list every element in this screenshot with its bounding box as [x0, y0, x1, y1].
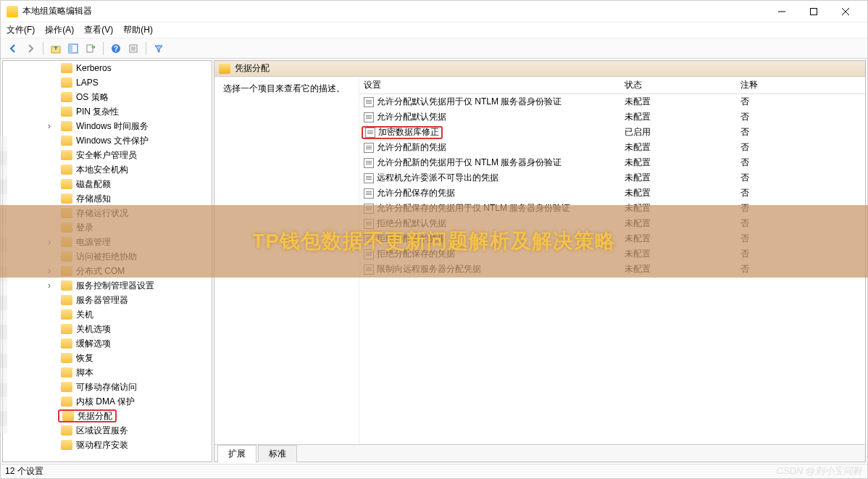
tree-item[interactable]: PIN 复杂性 [3, 104, 212, 119]
properties-button[interactable] [125, 41, 141, 57]
folder-icon [61, 237, 72, 247]
setting-state: 已启用 [625, 126, 740, 138]
tree-item[interactable]: 脚本 [3, 365, 212, 380]
folder-icon [61, 222, 72, 233]
tree-item[interactable]: LAPS [3, 75, 212, 90]
settings-row[interactable]: 拒绝分配默认凭据未配置否 [359, 216, 865, 231]
tree-item-label: 本地安全机构 [76, 164, 128, 176]
tree-pane[interactable]: KerberosLAPSOS 策略PIN 复杂性Windows 时间服务Wind… [2, 60, 212, 462]
setting-state: 未配置 [625, 263, 740, 275]
menu-view[interactable]: 查看(V) [84, 24, 113, 36]
tree-item[interactable]: OS 策略 [3, 90, 212, 104]
setting-icon [364, 143, 374, 153]
tree-item[interactable]: Windows 文件保护 [3, 133, 212, 148]
forward-button[interactable] [22, 41, 38, 57]
setting-icon [364, 249, 374, 259]
svg-rect-6 [69, 44, 72, 53]
col-note-header[interactable]: 注释 [740, 79, 835, 91]
close-button[interactable] [830, 1, 861, 22]
show-hide-tree-button[interactable] [65, 41, 81, 57]
tree-item-label: 关机 [76, 309, 93, 321]
tree-item[interactable]: 恢复 [3, 351, 212, 365]
help-button[interactable]: ? [108, 41, 124, 57]
tree-item[interactable]: 凭据分配 [3, 409, 212, 423]
folder-icon [61, 63, 72, 73]
tree-item[interactable]: 关机选项 [3, 322, 212, 336]
minimize-button[interactable] [766, 1, 798, 22]
setting-label: 远程机允许委派不可导出的凭据 [377, 172, 498, 184]
tree-item[interactable]: 区域设置服务 [3, 423, 212, 438]
folder-icon [61, 266, 72, 276]
folder-icon [61, 150, 72, 160]
setting-note: 否 [740, 126, 835, 138]
content-area: KerberosLAPSOS 策略PIN 复杂性Windows 时间服务Wind… [1, 59, 867, 464]
settings-row[interactable]: 允许分配默认凭据未配置否 [359, 109, 865, 125]
tree-item[interactable]: 安全帐户管理员 [3, 148, 212, 162]
setting-icon [364, 219, 374, 229]
tree-item-label: 驱动程序安装 [76, 439, 128, 451]
tree-item[interactable]: 分布式 COM [3, 264, 212, 278]
up-level-button[interactable] [48, 41, 64, 57]
setting-note: 否 [740, 187, 835, 199]
folder-icon [61, 367, 72, 378]
tree-item[interactable]: 关机 [3, 307, 212, 322]
tree-item[interactable]: 可移动存储访问 [3, 380, 212, 394]
tree-item[interactable]: 服务控制管理器设置 [3, 278, 212, 293]
tree-item-label: 登录 [76, 222, 93, 234]
filter-button[interactable] [151, 41, 167, 57]
tree-item[interactable]: 访问被拒绝协助 [3, 249, 212, 264]
settings-row[interactable]: 限制向远程服务器分配凭据未配置否 [359, 262, 865, 277]
tree-item[interactable]: Windows 时间服务 [3, 119, 212, 133]
setting-label: 允许分配新的凭据 [377, 141, 446, 154]
background-edge-strip [0, 136, 7, 433]
setting-icon [364, 112, 374, 122]
setting-state: 未配置 [625, 217, 740, 230]
tab-extended[interactable]: 扩展 [217, 445, 256, 462]
tree-item[interactable]: 电源管理 [3, 235, 212, 249]
folder-icon [61, 121, 72, 131]
settings-row[interactable]: 允许分配默认凭据用于仅 NTLM 服务器身份验证未配置否 [359, 94, 865, 109]
list-rows[interactable]: 允许分配默认凭据用于仅 NTLM 服务器身份验证未配置否允许分配默认凭据未配置否… [359, 94, 865, 444]
tree-item[interactable]: 驱动程序安装 [3, 438, 212, 452]
settings-row[interactable]: 加密数据库修正已启用否 [359, 125, 865, 140]
setting-note: 否 [740, 111, 835, 123]
setting-icon [364, 265, 374, 275]
tree-item[interactable]: 登录 [3, 220, 212, 235]
menu-action[interactable]: 操作(A) [45, 24, 74, 36]
tree-item[interactable]: 存储感知 [3, 191, 212, 206]
menubar: 文件(F) 操作(A) 查看(V) 帮助(H) [1, 22, 867, 38]
tree-item[interactable]: 本地安全机构 [3, 162, 212, 177]
details-body: 选择一个项目来查看它的描述。 设置 状态 注释 允许分配默认凭据用于仅 NTLM… [214, 77, 865, 444]
tree-item[interactable]: 内核 DMA 保护 [3, 394, 212, 409]
tree-item[interactable]: 缓解选项 [3, 336, 212, 351]
menu-help[interactable]: 帮助(H) [123, 24, 153, 36]
tree-item-label: LAPS [76, 78, 99, 88]
settings-row[interactable]: 允许分配保存的凭据未配置否 [359, 186, 865, 201]
settings-row[interactable]: 远程机允许委派不可导出的凭据未配置否 [359, 170, 865, 186]
folder-icon [61, 309, 72, 320]
tree-item[interactable]: 存储运行状况 [3, 206, 212, 220]
back-button[interactable] [5, 41, 21, 57]
tab-standard[interactable]: 标准 [258, 445, 297, 462]
tree-item[interactable]: 磁盘配额 [3, 177, 212, 191]
maximize-button[interactable] [798, 1, 830, 22]
folder-icon [61, 338, 72, 349]
settings-row[interactable]: 允许分配新的凭据用于仅 NTLM 服务器身份验证未配置否 [359, 155, 865, 170]
menu-file[interactable]: 文件(F) [7, 24, 35, 36]
tree-item-label: 关机选项 [76, 323, 111, 336]
list-header: 设置 状态 注释 [359, 77, 865, 94]
tree-item-label: 内核 DMA 保护 [76, 396, 135, 408]
settings-row[interactable]: 允许分配保存的凭据用于仅 NTLM 服务器身份验证未配置否 [359, 201, 865, 216]
tree-item-label: 存储运行状况 [76, 207, 128, 220]
settings-row[interactable]: 允许分配新的凭据未配置否 [359, 140, 865, 155]
setting-icon [364, 204, 374, 214]
col-state-header[interactable]: 状态 [625, 79, 740, 91]
export-list-button[interactable] [83, 41, 99, 57]
tree-item[interactable]: Kerberos [3, 61, 212, 75]
folder-icon [61, 353, 72, 363]
settings-row[interactable]: 拒绝分配保存的凭据未配置否 [359, 246, 865, 262]
settings-row[interactable]: 拒绝分配新的凭据未配置否 [359, 231, 865, 246]
setting-state: 未配置 [625, 157, 740, 169]
col-setting-header[interactable]: 设置 [364, 79, 625, 91]
tree-item[interactable]: 服务器管理器 [3, 293, 212, 307]
